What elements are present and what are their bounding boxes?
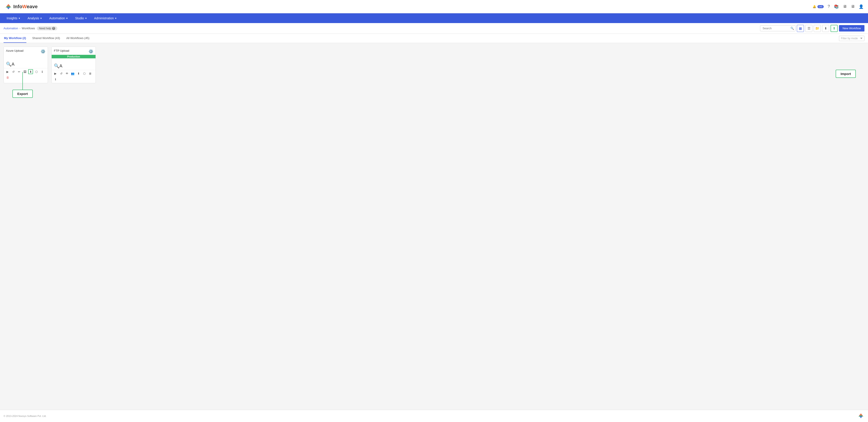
nav-studio-label: Studio [75,17,84,20]
bell-icon: 🔔 [813,5,816,8]
bell-notification[interactable]: 🔔 545 [813,5,824,8]
export-callout-box: Export [12,90,33,98]
nav-insights[interactable]: Insights ▼ [4,15,24,22]
download-btn-ftp[interactable]: ⬇ [76,71,81,76]
card-actions-ftp: ▶ ↺ 👁 👥 ⬇ ⬡ 🖥 ℹ [52,70,96,83]
group-btn-ftp[interactable]: 👥 [70,71,75,76]
card-avatar-azure: 🔍A [4,60,48,68]
folder-icon: 📁 [815,26,819,30]
play-btn-ftp[interactable]: ▶ [53,71,58,76]
card-title-ftp: FTP Upload [54,49,69,52]
list-view-btn[interactable]: ☰ [805,25,812,32]
need-help-label: Need help [39,27,51,30]
top-header: InfoWeave 🔔 545 ? 📚 🖥 🖥 👤 [0,0,868,13]
upload-icon: ⬆ [833,26,836,30]
library-icon[interactable]: 📚 [834,4,839,9]
card-title-azure: Azure Upload [6,49,24,52]
card-view-btn[interactable]: ▦ [797,25,804,32]
logo-icon [4,3,12,11]
toolbar: Automation › Workflows Need help ? 🔍 ▦ ☰… [0,23,868,34]
nav-studio[interactable]: Studio ▼ [72,15,90,22]
tab-shared-workflow[interactable]: Shared Workflow (43) [32,34,60,43]
delete-btn-azure[interactable]: 🗑 [5,75,10,80]
monitor-btn-ftp[interactable]: 🖥 [88,71,92,76]
card-avatar-ftp: 🔍A [52,62,96,70]
monitor-icon[interactable]: 🖥 [843,4,847,9]
need-help-badge[interactable]: Need help ? [37,26,57,30]
footer-logo [857,412,864,420]
tab-all-workflows[interactable]: All Workflows (45) [66,34,90,43]
play-btn-azure[interactable]: ▶ [5,69,10,74]
download-btn[interactable]: ⬇ [822,25,829,32]
nav-analysis-label: Analysis [28,17,39,20]
tab-all-workflows-label: All Workflows (45) [66,36,90,40]
tab-my-workflow-label: My Workflow (2) [4,36,26,40]
export-btn-azure[interactable]: ⬇ [28,69,33,74]
search-icon: 🔍 [790,27,794,30]
workflow-card-ftp: FTP Upload ⚙️ Production 🔍A ▶ ↺ 👁 👥 ⬇ ⬡ … [52,47,96,83]
nav-automation[interactable]: Automation ▼ [46,15,71,22]
nav-automation-arrow: ▼ [66,17,68,20]
tab-shared-workflow-label: Shared Workflow (43) [32,36,60,40]
user-icon[interactable]: 👤 [859,4,864,9]
tab-my-workflow[interactable]: My Workflow (2) [4,34,26,43]
card-actions-azure: ▶ ↺ ✏ 🖼 ⬇ ⬡ ℹ 🗑 [4,68,48,81]
nav-analysis[interactable]: Analysis ▼ [24,15,45,22]
nav-studio-arrow: ▼ [85,17,87,20]
info-btn-azure[interactable]: ℹ [40,69,44,74]
nav-administration-arrow: ▼ [115,17,117,20]
need-help-icon: ? [52,27,55,30]
avatar-icon-ftp: 🔍A [54,63,62,68]
logo-text: InfoWeave [13,4,38,9]
production-badge: Production [52,55,96,58]
help-icon[interactable]: ? [828,4,830,9]
nav-analysis-arrow: ▼ [40,17,42,20]
history-btn-ftp[interactable]: ↺ [59,71,64,76]
search-input[interactable] [763,27,789,30]
nav-administration[interactable]: Administration ▼ [91,15,120,22]
toolbar-right: 🔍 ▦ ☰ 📁 ⬇ ⬆ New Workflow [760,25,864,32]
history-btn-azure[interactable]: ↺ [11,69,16,74]
upload-btn[interactable]: ⬆ [831,25,838,32]
edit-btn-azure[interactable]: ✏ [17,69,22,74]
logo[interactable]: InfoWeave [4,3,38,11]
breadcrumb-sep-1: › [20,27,21,30]
avatar-icon-azure: 🔍A [6,61,14,67]
view-btn-ftp[interactable]: 👁 [64,71,69,76]
notification-count: 545 [817,5,824,8]
workflow-cards: Azure Upload ⚙️ 🔍A ▶ ↺ ✏ 🖼 ⬇ ⬡ ℹ 🗑 FTP U… [4,47,864,83]
card-gear-azure[interactable]: ⚙️ [40,49,45,54]
nav-insights-label: Insights [7,17,17,20]
footer-copyright: © 2013-2024 Noesys Software Pvt. Ltd. [4,415,46,417]
new-workflow-button[interactable]: New Workflow [839,25,864,31]
search-box[interactable]: 🔍 [760,25,796,31]
folder-btn[interactable]: 📁 [814,25,821,32]
nav-administration-label: Administration [94,17,114,20]
footer-logo-icon [857,412,864,419]
tabs-bar: My Workflow (2) Shared Workflow (43) All… [0,34,868,43]
list-view-icon: ☰ [807,26,810,30]
filter-mode-select[interactable]: Filter by mode Production Development [839,36,864,41]
export-label: Export [17,92,28,95]
main-content: Azure Upload ⚙️ 🔍A ▶ ↺ ✏ 🖼 ⬇ ⬡ ℹ 🗑 FTP U… [0,43,868,410]
header-right: 🔔 545 ? 📚 🖥 🖥 👤 [813,4,864,9]
download-icon: ⬇ [824,26,827,30]
nav-automation-label: Automation [49,17,65,20]
card-gear-ftp[interactable]: ⚙️ [88,49,93,54]
nav-insights-arrow: ▼ [18,17,21,20]
nav-bar: Insights ▼ Analysis ▼ Automation ▼ Studi… [0,13,868,23]
schedule-btn-azure[interactable]: 🖼 [22,69,27,74]
breadcrumb: Automation › Workflows [4,27,35,30]
workflow-card-azure: Azure Upload ⚙️ 🔍A ▶ ↺ ✏ 🖼 ⬇ ⬡ ℹ 🗑 [4,47,48,83]
card-view-icon: ▦ [799,26,802,30]
breadcrumb-workflows: Workflows [22,27,35,30]
breadcrumb-automation[interactable]: Automation [4,27,18,30]
share-btn-ftp[interactable]: ⬡ [82,71,87,76]
share-btn-azure[interactable]: ⬡ [34,69,39,74]
card-top-azure: Azure Upload ⚙️ [4,47,48,60]
info-btn-ftp[interactable]: ℹ [53,77,58,82]
footer: © 2013-2024 Noesys Software Pvt. Ltd. [0,410,868,422]
desktop-icon[interactable]: 🖥 [851,4,855,9]
